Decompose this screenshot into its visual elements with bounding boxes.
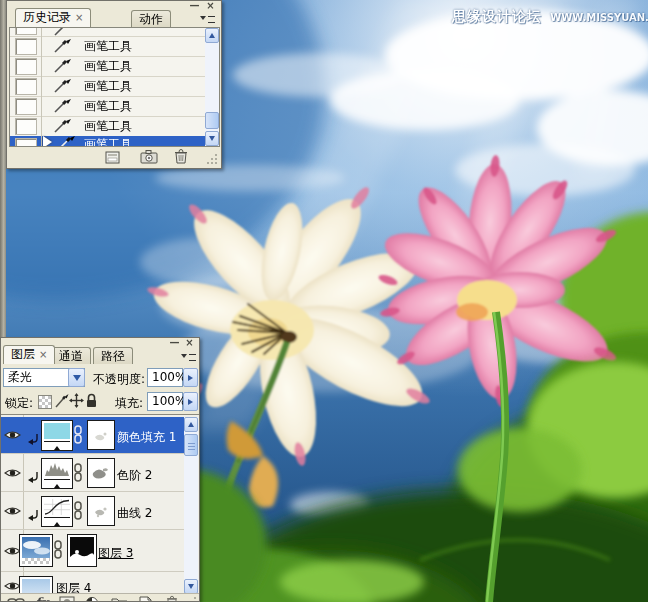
- history-source-checkbox[interactable]: [15, 78, 37, 95]
- history-entry[interactable]: 画笔工具: [10, 56, 206, 77]
- layers-panel-menu-icon[interactable]: [180, 351, 197, 364]
- layer-row-levels-2[interactable]: 色阶 2: [1, 454, 185, 492]
- history-source-checkbox[interactable]: [15, 118, 37, 135]
- color-fill-thumbnail[interactable]: [41, 420, 73, 451]
- layers-close-button[interactable]: ×: [183, 338, 196, 349]
- tab-actions[interactable]: 动作: [131, 10, 171, 27]
- lock-all-icon[interactable]: [85, 393, 98, 408]
- history-entry-label: 画笔工具: [84, 58, 132, 75]
- history-source-checkbox[interactable]: [15, 38, 37, 55]
- link-layers-icon[interactable]: [7, 596, 27, 602]
- history-source-checkbox[interactable]: [15, 98, 37, 115]
- layer-image-thumbnail[interactable]: [19, 534, 53, 567]
- layer-row-color-fill-1[interactable]: 颜色填充 1: [1, 417, 185, 454]
- new-snapshot-camera-icon[interactable]: [140, 149, 159, 165]
- history-source-checkbox[interactable]: [15, 138, 37, 147]
- clipping-mask-arrow-icon: [28, 472, 39, 483]
- layer-mask-thumbnail[interactable]: [87, 496, 115, 526]
- history-scrollbar[interactable]: [205, 28, 219, 146]
- tab-channels-label: 通道: [59, 349, 83, 363]
- clipping-mask-arrow-icon: [28, 434, 39, 445]
- history-close-button[interactable]: ×: [204, 1, 217, 12]
- scroll-up-icon[interactable]: [205, 28, 219, 43]
- layer-row-layer-3[interactable]: 图层 3: [1, 530, 185, 572]
- history-panel-menu-icon[interactable]: [199, 13, 216, 26]
- layer-visibility-eye-icon[interactable]: [4, 467, 21, 479]
- brush-tool-icon: [54, 27, 72, 36]
- history-entry[interactable]: 画笔工具: [10, 76, 206, 97]
- opacity-slider-arrow-icon[interactable]: [183, 368, 198, 387]
- history-entry[interactable]: 画笔工具: [10, 96, 206, 117]
- clipping-mask-arrow-icon: [28, 510, 39, 521]
- tab-actions-label: 动作: [139, 12, 163, 26]
- tab-history[interactable]: 历史记录×: [15, 8, 91, 27]
- brush-tool-icon: [54, 119, 72, 133]
- delete-layer-trash-icon[interactable]: [165, 595, 179, 602]
- tab-layers[interactable]: 图层×: [3, 345, 55, 364]
- watermark: 思缘设计论坛 WWW.MISSYUAN.COM: [452, 8, 644, 26]
- layer-mask-thumbnail[interactable]: [87, 420, 115, 450]
- fill-label: 填充:: [115, 395, 143, 412]
- new-layer-icon[interactable]: [138, 596, 153, 602]
- fill-value: 100%: [152, 394, 186, 408]
- layer-visibility-eye-icon[interactable]: [4, 505, 21, 517]
- history-scrollbar-thumb[interactable]: [205, 112, 219, 129]
- scroll-up-icon[interactable]: [184, 417, 198, 432]
- curves-adjustment-thumbnail[interactable]: [41, 496, 73, 527]
- fill-input[interactable]: 100%: [147, 392, 183, 411]
- levels-adjustment-thumbnail[interactable]: [41, 458, 73, 489]
- link-mask-chain-icon[interactable]: [73, 501, 83, 521]
- link-mask-chain-icon[interactable]: [73, 425, 83, 445]
- layers-panel: — × 图层× 通道 路径 柔光 不透明度: 100% 锁定: 填充: 100%: [0, 337, 200, 602]
- fill-slider-arrow-icon[interactable]: [183, 392, 198, 411]
- layer-mask-thumbnail[interactable]: [67, 534, 97, 567]
- new-adjustment-layer-icon[interactable]: [85, 596, 99, 602]
- link-mask-chain-icon[interactable]: [53, 540, 63, 560]
- history-entry-label: 画笔工具: [84, 38, 132, 55]
- layers-list: 颜色填充 1 色阶 2: [1, 414, 199, 594]
- history-minimize-button[interactable]: —: [188, 1, 201, 12]
- layers-scrollbar[interactable]: [184, 417, 198, 594]
- lock-paint-icon[interactable]: [55, 393, 69, 408]
- history-state-pointer-icon[interactable]: [43, 136, 58, 147]
- layer-row-layer-4[interactable]: 图层 4: [1, 572, 185, 594]
- lock-position-icon[interactable]: [69, 393, 84, 408]
- history-entry[interactable]: 画笔工具: [10, 36, 206, 57]
- blend-mode-select[interactable]: 柔光: [3, 368, 85, 387]
- layers-scrollbar-thumb[interactable]: [184, 434, 198, 456]
- layers-resize-grip-icon[interactable]: [185, 596, 197, 602]
- layer-visibility-eye-icon[interactable]: [4, 429, 21, 441]
- blend-mode-dropdown-icon[interactable]: [68, 368, 85, 387]
- layers-minimize-button[interactable]: —: [168, 338, 181, 349]
- new-document-from-state-icon[interactable]: [104, 150, 122, 165]
- layer-style-fx-icon[interactable]: fx: [35, 595, 48, 602]
- new-group-icon[interactable]: [111, 596, 128, 602]
- tab-layers-close-icon[interactable]: ×: [39, 349, 47, 360]
- scroll-down-icon[interactable]: [184, 579, 198, 594]
- tab-history-close-icon[interactable]: ×: [75, 12, 83, 23]
- layer-row-curves-2[interactable]: 曲线 2: [1, 492, 185, 530]
- history-panel: — × 历史记录× 动作 画笔工具 画笔工具: [6, 0, 222, 169]
- history-entry-label: 画笔工具: [84, 136, 132, 147]
- opacity-input[interactable]: 100%: [147, 368, 183, 387]
- history-source-checkbox[interactable]: [15, 58, 37, 75]
- layer-name[interactable]: 色阶 2: [117, 467, 152, 484]
- lock-transparency-icon[interactable]: [38, 395, 52, 409]
- layer-name[interactable]: 图层 3: [98, 545, 133, 562]
- brush-tool-icon: [54, 79, 72, 93]
- scroll-down-icon[interactable]: [205, 131, 219, 146]
- tab-paths-label: 路径: [101, 349, 125, 363]
- layer-name[interactable]: 颜色填充 1: [117, 429, 176, 446]
- layer-name[interactable]: 曲线 2: [117, 505, 152, 522]
- history-source-checkbox[interactable]: [15, 27, 37, 35]
- tab-paths[interactable]: 路径: [93, 347, 133, 364]
- history-entry-selected[interactable]: 画笔工具: [10, 136, 206, 147]
- link-mask-chain-icon[interactable]: [73, 463, 83, 483]
- tab-channels[interactable]: 通道: [51, 347, 91, 364]
- history-resize-grip-icon[interactable]: [206, 153, 218, 165]
- add-layer-mask-icon[interactable]: [59, 596, 75, 602]
- layer-mask-thumbnail[interactable]: [87, 458, 115, 488]
- brush-tool-icon: [58, 136, 76, 147]
- history-entry[interactable]: 画笔工具: [10, 116, 206, 137]
- delete-state-trash-icon[interactable]: [173, 148, 189, 165]
